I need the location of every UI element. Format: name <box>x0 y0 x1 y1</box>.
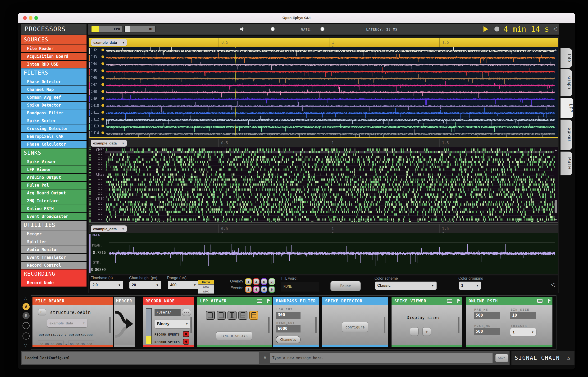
sidebar-item-pulse-pal[interactable]: Pulse Pal <box>21 182 86 189</box>
channel-enable-dot[interactable] <box>101 76 104 79</box>
sidebar-item-bandpass-filter[interactable]: Bandpass Filter <box>21 109 86 117</box>
drag-handle[interactable] <box>190 317 192 333</box>
browse-button[interactable]: ... <box>182 309 191 316</box>
layout-single-button[interactable] <box>206 311 215 320</box>
sidebar-item-phase-calculator[interactable]: Phase Calculator <box>21 141 86 148</box>
drag-handle[interactable] <box>549 317 551 333</box>
drag-handle[interactable] <box>458 317 461 333</box>
increase-size-button[interactable]: + <box>422 327 431 336</box>
channel-row-ch3[interactable]: CH3 <box>91 55 97 62</box>
post-ms-field[interactable]: 500 <box>474 328 500 335</box>
timebase-select[interactable]: 2.0▼ <box>90 281 123 289</box>
module-spike-viewer[interactable]: SPIKE VIEWER Display size: - + <box>392 297 462 347</box>
volume-slider[interactable] <box>254 29 292 29</box>
channel-row-ch4[interactable]: CH4 <box>91 62 97 69</box>
color-grouping-select[interactable]: 1▼ <box>459 282 481 290</box>
file-stream-selector[interactable]: example_data▼ <box>47 319 87 327</box>
sidebar-item-merger[interactable]: Merger <box>21 230 86 238</box>
record-spikes-toggle[interactable] <box>183 339 189 344</box>
sidebar-item-event-broadcaster[interactable]: Event Broadcaster <box>21 213 86 220</box>
module-bandpass-filter[interactable]: BANDPASS FILTER LOW_CUT 300 HIGH_CUT 600… <box>273 297 319 347</box>
event-overlay-button-6[interactable]: 6 <box>261 286 267 293</box>
record-events-toggle[interactable] <box>183 331 189 337</box>
module-merger[interactable]: MERGER <box>114 297 135 347</box>
drag-handle[interactable] <box>109 317 112 333</box>
sidebar-item-record-node[interactable]: Record Node <box>21 279 86 286</box>
chan-height-select[interactable]: 20▼ <box>129 281 161 289</box>
sidebar-item-record-control[interactable]: Record Control <box>21 262 86 269</box>
module-file-reader[interactable]: FILE READER F: structure.oebin example_d… <box>33 297 113 347</box>
channel-row-ch7[interactable]: CH7 <box>91 83 97 89</box>
channel-row-ch8[interactable]: CH8 <box>91 90 97 96</box>
data-trace-area[interactable]: DATA MEAN: -0.7216 STD: 8.80809 <box>89 233 558 274</box>
channels-button[interactable]: Channels <box>276 336 301 343</box>
sidebar-item-crossing-detector[interactable]: Crossing Detector <box>21 125 86 132</box>
lfp-stream-selector[interactable]: example_data▼ <box>91 39 127 46</box>
event-overlay-button-4[interactable]: 4 <box>253 286 259 293</box>
sidebar-item-channel-map[interactable]: Channel Map <box>21 86 86 93</box>
layout-two-row-button[interactable] <box>238 311 247 320</box>
stream-button-adc[interactable]: ADC <box>198 289 214 294</box>
open-window-icon[interactable] <box>447 299 452 303</box>
layout-three-row-button[interactable] <box>249 311 258 320</box>
sidebar-item-splitter[interactable]: Splitter <box>21 238 86 246</box>
sidebar-item-event-translator[interactable]: Event Translator <box>21 254 86 261</box>
volume-slider-knob[interactable] <box>271 27 275 31</box>
event-overlay-button-3[interactable]: 3 <box>253 278 259 285</box>
range-select[interactable]: 400▼ <box>168 281 199 289</box>
high-cut-field[interactable]: 6000 <box>276 325 301 332</box>
sidebar-item-spike-detector[interactable]: Spike Detector <box>21 102 86 109</box>
channel-enable-dot[interactable] <box>101 111 104 114</box>
module-online-psth[interactable]: ONLINE PSTH PRE_MS 500 BIN_SIZE 10 POST_… <box>466 297 552 347</box>
decrease-size-button[interactable]: - <box>410 327 418 336</box>
chain-slot-button[interactable] <box>23 332 30 340</box>
module-lfp-viewer[interactable]: LFP VIEWER SYNC DISPLAYS <box>197 297 272 347</box>
record-path-field[interactable]: /Users/ <box>155 309 181 316</box>
sidebar-item-acquisition-board[interactable]: Acquisition Board <box>21 53 86 60</box>
signal-chain-toggle[interactable]: SIGNAL CHAIN △ <box>512 351 575 365</box>
channel-row-ch11[interactable]: CH11 <box>91 110 99 117</box>
scroll-up-icon[interactable]: ▲ <box>554 48 557 51</box>
configure-button[interactable]: configure <box>342 322 368 332</box>
tab-graph[interactable]: Graph <box>561 69 572 97</box>
pin-tab-icon[interactable] <box>548 299 549 303</box>
stream-button-data[interactable]: DATA <box>198 280 214 284</box>
raster-area[interactable]: CH59CH39CH19 ▲ ▼ <box>89 147 558 222</box>
color-scheme-select[interactable]: Classic▼ <box>375 282 437 290</box>
sidebar-item-audio-monitor[interactable]: Audio Monitor <box>21 246 86 253</box>
sidebar-item-acq-board-output[interactable]: Acq Board Output <box>21 189 86 197</box>
collapse-controls-icon[interactable]: ◁ <box>551 281 555 288</box>
record-button[interactable] <box>494 26 499 32</box>
layout-three-col-button[interactable] <box>228 311 236 320</box>
channel-row-ch9[interactable]: CH9 <box>91 96 97 103</box>
chain-slot-button[interactable] <box>23 322 30 329</box>
module-record-node[interactable]: RECORD NODE /Users/ ... Binary▼ RECORD E… <box>143 297 194 347</box>
file-button[interactable]: F: <box>38 309 46 315</box>
event-overlay-button-8[interactable]: 8 <box>269 286 275 293</box>
channel-row-ch13[interactable]: CH13 <box>91 124 99 131</box>
channel-row-ch12[interactable]: CH12 <box>91 117 99 124</box>
sidebar-item-common-avg-ref[interactable]: Common Avg Ref <box>21 94 86 101</box>
event-overlay-button-2[interactable]: 2 <box>245 286 252 293</box>
channel-enable-dot[interactable] <box>101 118 104 120</box>
channel-enable-dot[interactable] <box>101 83 104 86</box>
save-button[interactable]: Save <box>495 354 508 362</box>
tab-spikes[interactable]: Spikes <box>561 119 572 150</box>
channel-row-ch2[interactable]: CH2 <box>91 48 97 55</box>
low-cut-field[interactable]: 300 <box>276 312 301 319</box>
event-overlay-button-7[interactable]: 7 <box>269 278 275 285</box>
channel-row-ch5[interactable]: CH5 <box>91 69 97 76</box>
trigger-select[interactable]: 1▼ <box>510 328 536 336</box>
sidebar-item-arduino-output[interactable]: Arduino Output <box>21 174 86 181</box>
expand-console-icon[interactable]: ∧ <box>263 354 267 361</box>
scroll-down-icon[interactable]: ▼ <box>554 218 557 221</box>
record-format-select[interactable]: Binary▼ <box>155 320 191 328</box>
sidebar-item-neuropixels-car[interactable]: Neuropixels CAR <box>21 133 86 140</box>
channel-row-ch10[interactable]: CH10 <box>91 104 99 110</box>
channel-enable-dot[interactable] <box>101 104 104 107</box>
sidebar-item-file-reader[interactable]: File Reader <box>21 45 86 52</box>
open-window-icon[interactable] <box>537 299 542 303</box>
tab-lfp[interactable]: LFP <box>561 98 574 118</box>
layout-two-col-button[interactable] <box>217 311 226 320</box>
chain-down-icon[interactable]: ▽ <box>24 343 27 347</box>
